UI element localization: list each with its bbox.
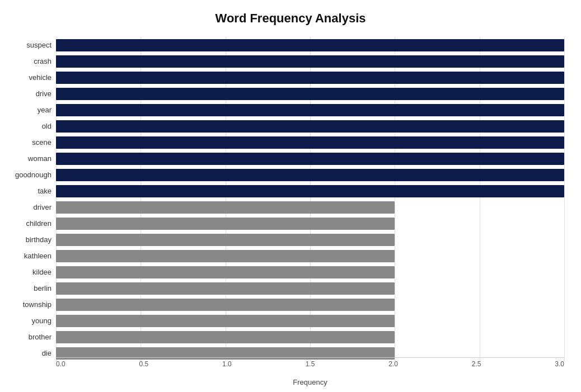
bar-fill xyxy=(56,55,564,68)
bar-label: year xyxy=(6,106,56,114)
bar-track xyxy=(56,136,564,149)
bar-label: berlin xyxy=(6,284,56,292)
bar-track xyxy=(56,169,564,181)
bar-label: crash xyxy=(6,57,56,65)
x-tick: 2.5 xyxy=(472,360,481,368)
chart-area: suspectcrashvehicledriveyearoldscenewoma… xyxy=(56,37,564,361)
bar-track xyxy=(56,185,564,197)
bar-fill xyxy=(56,315,395,327)
bar-row: scene xyxy=(56,134,564,150)
bar-fill xyxy=(56,299,395,311)
bars-wrapper: suspectcrashvehicledriveyearoldscenewoma… xyxy=(56,37,564,361)
bar-label: suspect xyxy=(6,41,56,49)
bar-fill xyxy=(56,104,564,116)
bar-track xyxy=(56,55,564,68)
bar-label: drive xyxy=(6,89,56,98)
bar-label: die xyxy=(6,349,56,357)
bar-fill xyxy=(56,218,395,230)
bar-row: birthday xyxy=(56,232,564,248)
bar-track xyxy=(56,72,564,84)
bar-row: take xyxy=(56,183,564,199)
bar-track xyxy=(56,250,564,262)
bar-row: children xyxy=(56,215,564,232)
bar-fill xyxy=(56,282,395,295)
bar-fill xyxy=(56,201,395,214)
bar-row: kildee xyxy=(56,264,564,280)
bar-fill xyxy=(56,136,564,149)
bar-fill xyxy=(56,234,395,246)
bar-track xyxy=(56,299,564,311)
bar-label: vehicle xyxy=(6,73,56,82)
x-axis-ticks: 0.00.51.01.52.02.53.0 xyxy=(56,360,564,368)
bar-label: woman xyxy=(6,154,56,163)
bar-row: kathleen xyxy=(56,248,564,264)
chart-container: Word Frequency Analysis suspectcrashvehi… xyxy=(0,0,581,392)
bar-fill xyxy=(56,72,564,84)
bar-label: birthday xyxy=(6,235,56,244)
bar-row: driver xyxy=(56,199,564,215)
bar-row: woman xyxy=(56,150,564,167)
bar-fill xyxy=(56,169,564,181)
bar-label: goodnough xyxy=(6,171,56,179)
bar-track xyxy=(56,266,564,278)
x-tick: 1.0 xyxy=(222,360,232,368)
bar-row: vehicle xyxy=(56,69,564,86)
bar-fill xyxy=(56,266,395,278)
bar-track xyxy=(56,282,564,295)
bar-row: young xyxy=(56,313,564,329)
bar-row: drive xyxy=(56,86,564,102)
bar-fill xyxy=(56,39,564,51)
bar-track xyxy=(56,88,564,100)
bar-row: year xyxy=(56,102,564,118)
bar-row: suspect xyxy=(56,37,564,53)
x-tick: 1.5 xyxy=(306,360,315,368)
bar-track xyxy=(56,201,564,214)
bar-row: crash xyxy=(56,53,564,69)
bar-label: old xyxy=(6,122,56,130)
bar-fill xyxy=(56,185,564,197)
x-tick: 0.5 xyxy=(139,360,149,368)
bar-label: brother xyxy=(6,333,56,341)
bar-fill xyxy=(56,331,395,343)
x-tick: 3.0 xyxy=(555,360,564,368)
bar-track xyxy=(56,315,564,327)
bar-label: children xyxy=(6,219,56,228)
bar-row: brother xyxy=(56,329,564,345)
bar-label: scene xyxy=(6,138,56,147)
bar-row: berlin xyxy=(56,280,564,296)
chart-title: Word Frequency Analysis xyxy=(17,11,564,26)
bar-label: kildee xyxy=(6,268,56,276)
x-axis-label: Frequency xyxy=(56,378,564,386)
bar-fill xyxy=(56,120,564,133)
grid-line xyxy=(564,37,565,361)
x-axis-line xyxy=(56,357,564,358)
bar-label: township xyxy=(6,300,56,309)
bar-track xyxy=(56,331,564,343)
bar-label: driver xyxy=(6,203,56,211)
bar-track xyxy=(56,39,564,51)
bar-track xyxy=(56,218,564,230)
bar-row: township xyxy=(56,296,564,313)
bar-label: take xyxy=(6,187,56,195)
bar-label: kathleen xyxy=(6,252,56,260)
bar-track xyxy=(56,104,564,116)
bar-label: young xyxy=(6,317,56,325)
bar-row: old xyxy=(56,118,564,134)
bar-fill xyxy=(56,250,395,262)
x-axis: 0.00.51.01.52.02.53.0 Frequency xyxy=(56,357,564,386)
x-tick: 2.0 xyxy=(388,360,398,368)
bar-track xyxy=(56,153,564,165)
bar-track xyxy=(56,234,564,246)
bar-row: goodnough xyxy=(56,167,564,183)
bar-fill xyxy=(56,88,564,100)
bar-track xyxy=(56,120,564,133)
x-tick: 0.0 xyxy=(56,360,65,368)
bar-fill xyxy=(56,153,564,165)
